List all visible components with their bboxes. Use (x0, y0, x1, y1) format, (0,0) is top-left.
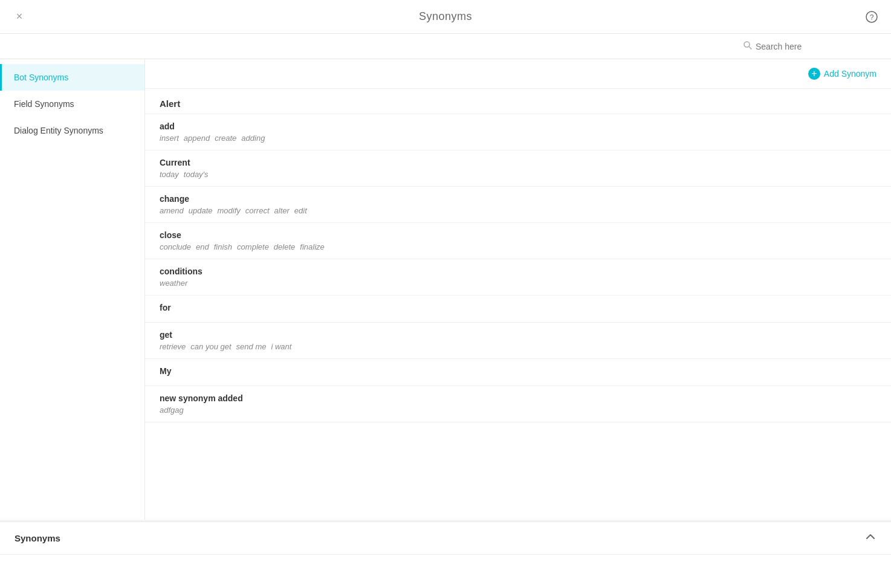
synonym-value: adfgag (160, 405, 184, 415)
synonym-value: amend (160, 206, 184, 215)
chevron-up-button[interactable] (864, 531, 876, 546)
synonym-value: finalize (300, 242, 324, 251)
sidebar-item-field-synonyms[interactable]: Field Synonyms (0, 91, 144, 117)
synonym-values: conclude end finish complete delete fina… (160, 242, 876, 251)
synonym-value: i want (271, 342, 291, 351)
bottom-panel: Synonyms (0, 522, 891, 588)
synonym-keyword: for (160, 303, 876, 312)
synonym-row-get: get retrieve can you get send me i want (145, 323, 891, 359)
synonym-value: adding (241, 134, 265, 143)
synonym-value: send me (236, 342, 267, 351)
sidebar-item-label: Bot Synonyms (14, 73, 68, 82)
synonym-value: modify (218, 206, 241, 215)
content-header: + Add Synonym (145, 59, 891, 89)
synonym-values: adfgag (160, 405, 876, 415)
close-button[interactable]: × (10, 7, 29, 27)
synonym-keyword: conditions (160, 267, 876, 276)
synonym-keyword: change (160, 194, 876, 204)
synonym-keyword: new synonym added (160, 393, 876, 403)
synonym-value: today (160, 170, 179, 179)
synonym-row-current: Current today today's (145, 150, 891, 187)
synonym-keyword: add (160, 121, 876, 131)
synonym-value: conclude (160, 242, 191, 251)
synonym-row-new-synonym: new synonym added adfgag (145, 386, 891, 422)
synonym-row-add: add insert append create adding (145, 114, 891, 150)
synonym-value: today's (184, 170, 209, 179)
synonym-value: finish (214, 242, 232, 251)
svg-line-3 (749, 47, 751, 49)
bottom-panel-header: Synonyms (0, 522, 891, 555)
synonym-value: can you get (190, 342, 231, 351)
synonym-value: append (184, 134, 210, 143)
synonym-row-conditions: conditions weather (145, 259, 891, 296)
synonym-keyword: Current (160, 158, 876, 167)
synonym-keyword: get (160, 330, 876, 340)
plus-icon: + (808, 68, 820, 80)
sidebar-item-dialog-entity-synonyms[interactable]: Dialog Entity Synonyms (0, 117, 144, 144)
synonym-keyword: My (160, 366, 876, 376)
synonym-values: weather (160, 279, 876, 288)
sidebar-item-label: Dialog Entity Synonyms (14, 126, 103, 135)
synonym-value: complete (237, 242, 269, 251)
content-area: + Add Synonym Alert add insert append cr… (145, 59, 891, 520)
synonym-row-close: close conclude end finish complete delet… (145, 223, 891, 259)
search-icon (744, 41, 752, 51)
synonym-value: update (189, 206, 213, 215)
synonym-values: today today's (160, 170, 876, 179)
search-bar-area (0, 34, 891, 59)
synonym-values: retrieve can you get send me i want (160, 342, 876, 351)
add-synonym-button[interactable]: + Add Synonym (808, 68, 876, 80)
main-layout: Bot Synonyms Field Synonyms Dialog Entit… (0, 59, 891, 520)
synonym-value: correct (245, 206, 270, 215)
sidebar-item-label: Field Synonyms (14, 99, 74, 109)
synonym-row-my: My (145, 359, 891, 386)
sidebar-item-bot-synonyms[interactable]: Bot Synonyms (0, 64, 144, 91)
synonym-values: insert append create adding (160, 134, 876, 143)
synonym-value: delete (274, 242, 295, 251)
page-title: Synonyms (419, 10, 472, 23)
bottom-panel-title: Synonyms (15, 533, 60, 543)
search-input[interactable] (756, 42, 876, 51)
synonym-value: create (215, 134, 236, 143)
help-button[interactable]: ? (862, 7, 881, 27)
synonym-value: alter (274, 206, 290, 215)
top-bar: × Synonyms ? (0, 0, 891, 34)
add-synonym-label: Add Synonym (824, 69, 876, 79)
synonym-value: edit (294, 206, 307, 215)
search-container (744, 41, 876, 51)
synonym-row-change: change amend update modify correct alter… (145, 187, 891, 223)
synonym-value: end (196, 242, 209, 251)
synonym-row-for: for (145, 296, 891, 323)
category-header-alert: Alert (145, 89, 891, 114)
synonym-keyword: close (160, 230, 876, 240)
sidebar: Bot Synonyms Field Synonyms Dialog Entit… (0, 59, 145, 520)
synonym-values: amend update modify correct alter edit (160, 206, 876, 215)
synonym-value: retrieve (160, 342, 186, 351)
svg-text:?: ? (870, 13, 874, 22)
synonym-value: insert (160, 134, 179, 143)
synonym-value: weather (160, 279, 187, 288)
